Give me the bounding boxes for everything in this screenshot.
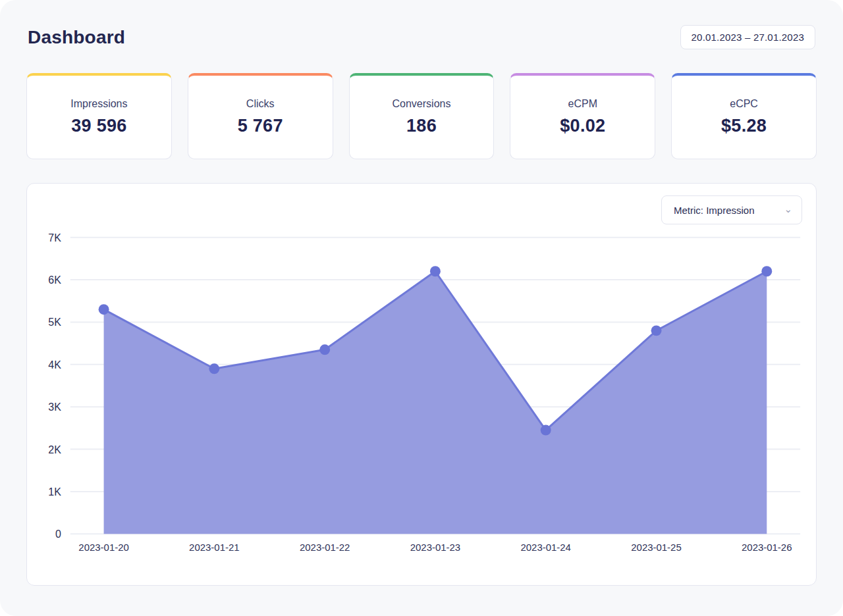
data-point-dot[interactable] <box>99 304 109 315</box>
impressions-area-chart: 01K2K3K4K5K6K7K2023-01-202023-01-212023-… <box>27 184 815 585</box>
stat-value: 5 767 <box>238 116 283 136</box>
y-tick-label: 1K <box>48 486 61 498</box>
x-tick-label: 2023-01-24 <box>520 542 570 553</box>
y-tick-label: 4K <box>48 359 61 371</box>
y-tick-label: 2K <box>48 444 61 455</box>
stat-label: Conversions <box>393 98 451 110</box>
y-tick-label: 0 <box>55 528 61 540</box>
stat-label: Clicks <box>246 98 275 110</box>
data-point-dot[interactable] <box>209 363 219 374</box>
metric-selector-label: Metric: Impression <box>674 205 755 216</box>
stat-card-impressions: Impressions 39 596 <box>26 73 172 159</box>
y-tick-label: 5K <box>48 317 61 328</box>
stat-label: Impressions <box>70 98 127 110</box>
header: Dashboard 20.01.2023 – 27.01.2023 <box>0 0 843 49</box>
y-tick-label: 6K <box>48 274 61 286</box>
date-range-picker[interactable]: 20.01.2023 – 27.01.2023 <box>680 25 815 49</box>
stat-card-conversions: Conversions 186 <box>349 73 495 159</box>
data-point-dot[interactable] <box>761 266 772 276</box>
data-point-dot[interactable] <box>319 344 330 355</box>
y-tick-label: 3K <box>48 401 61 413</box>
metric-selector[interactable]: Metric: Impression ⌄ <box>661 195 802 224</box>
x-tick-label: 2023-01-20 <box>78 542 128 553</box>
area-fill <box>104 271 767 534</box>
x-tick-label: 2023-01-21 <box>189 542 239 553</box>
stats-row: Impressions 39 596 Clicks 5 767 Conversi… <box>0 49 843 159</box>
stat-value: 39 596 <box>71 116 126 136</box>
stat-card-ecpc: eCPC $5.28 <box>671 73 817 159</box>
stat-label: eCPM <box>568 98 597 110</box>
chevron-down-icon: ⌄ <box>784 204 792 214</box>
x-tick-label: 2023-01-25 <box>631 542 681 553</box>
dashboard-app: Dashboard 20.01.2023 – 27.01.2023 Impres… <box>0 0 843 616</box>
y-tick-label: 7K <box>48 232 61 244</box>
stat-value: 186 <box>406 116 437 136</box>
data-point-dot[interactable] <box>541 425 551 436</box>
x-tick-label: 2023-01-22 <box>300 542 350 553</box>
data-point-dot[interactable] <box>430 266 441 276</box>
x-tick-label: 2023-01-23 <box>410 542 460 553</box>
stat-value: $5.28 <box>721 116 767 136</box>
data-point-dot[interactable] <box>651 325 662 336</box>
stat-card-ecpm: eCPM $0.02 <box>510 73 655 159</box>
stat-label: eCPC <box>730 98 758 110</box>
x-tick-label: 2023-01-26 <box>742 542 792 553</box>
stat-value: $0.02 <box>560 116 605 136</box>
chart-panel: Metric: Impression ⌄ 01K2K3K4K5K6K7K2023… <box>26 183 817 586</box>
page-title: Dashboard <box>28 27 125 48</box>
stat-card-clicks: Clicks 5 767 <box>188 73 333 159</box>
